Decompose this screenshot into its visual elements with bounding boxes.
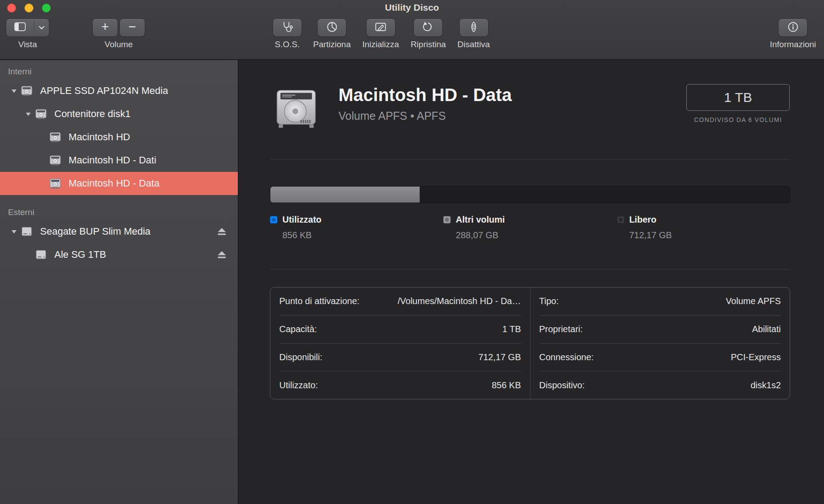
detail-value: Volume APFS	[726, 296, 781, 306]
partition-label: Partiziona	[313, 40, 351, 49]
detail-row-device: Dispositivo: disk1s2	[539, 371, 781, 399]
detail-label: Utilizzato:	[279, 380, 318, 390]
plus-icon: +	[102, 20, 109, 33]
sidebar-section-interni: Interni	[8, 67, 238, 77]
sidebar-item-apple-ssd[interactable]: APPLE SSD AP1024N Media	[0, 79, 238, 102]
main-pane: Macintosh HD - Data Volume APFS • APFS 1…	[239, 60, 824, 504]
sidebar-item-macintosh-hd[interactable]: Macintosh HD	[0, 126, 238, 149]
volume-group: + − Volume	[93, 19, 145, 49]
sidebar-item-label: Macintosh HD - Data	[69, 178, 159, 189]
unmount-volume-icon	[468, 21, 480, 35]
eject-icon[interactable]	[217, 228, 226, 236]
restore-arrow-icon	[422, 21, 434, 35]
detail-value: /Volumes/Macintosh HD - Da…	[398, 296, 521, 306]
external-drive-icon	[20, 225, 34, 238]
legend-swatch-0	[270, 216, 277, 224]
volume-icon	[49, 154, 62, 167]
detail-label: Capacità:	[279, 324, 317, 334]
detail-value: PCI-Express	[731, 352, 781, 362]
partition-button[interactable]	[318, 19, 346, 37]
unmount-label: Disattiva	[457, 40, 490, 49]
detail-value: 1 TB	[502, 324, 521, 334]
volume-label: Volume	[105, 40, 133, 49]
page-title: Macintosh HD - Data	[339, 85, 686, 105]
detail-row-type: Tipo: Volume APFS	[539, 288, 781, 316]
detail-label: Disponibili:	[279, 352, 322, 362]
sidebar-item-label: Contenitore disk1	[54, 108, 131, 120]
size-badge: 1 TB	[686, 84, 790, 111]
detail-value: 712,17 GB	[478, 352, 521, 362]
usage-bar	[270, 186, 790, 203]
detail-label: Connessione:	[539, 352, 594, 362]
legend-item-other-volumes: Altri volumi 288,07 GB	[443, 215, 616, 240]
info-label: Informazioni	[770, 40, 816, 49]
info-button[interactable]	[779, 19, 807, 37]
add-volume-button[interactable]: +	[93, 19, 118, 37]
detail-row-connection: Connessione: PCI-Express	[539, 344, 781, 372]
detail-value: 856 KB	[492, 380, 521, 390]
sidebar-item-contenitore-disk1[interactable]: Contenitore disk1	[0, 102, 238, 126]
minus-icon: −	[129, 20, 136, 33]
disclosure-triangle-icon[interactable]	[7, 89, 20, 93]
vista-button[interactable]	[6, 19, 34, 37]
detail-label: Tipo:	[539, 296, 559, 306]
detail-row-mount-point: Punto di attivazione: /Volumes/Macintosh…	[279, 288, 521, 316]
info-group: Informazioni	[770, 19, 816, 49]
legend-value: 856 KB	[282, 230, 443, 240]
legend-swatch-1	[443, 216, 451, 224]
eject-icon[interactable]	[217, 251, 226, 259]
sidebar-item-ale-sg-1tb[interactable]: Ale SG 1TB	[0, 243, 238, 266]
sidebar-icon	[14, 22, 26, 33]
usage-bar-other-segment	[270, 187, 420, 203]
detail-label: Dispositivo:	[539, 380, 585, 390]
vista-dropdown-button[interactable]	[34, 19, 49, 37]
sidebar-item-seagate[interactable]: Seagate BUP Slim Media	[0, 220, 238, 243]
vista-group: Vista	[6, 19, 49, 49]
erase-pencil-icon	[375, 21, 387, 35]
sidebar-item-label: APPLE SSD AP1024N Media	[40, 85, 168, 97]
info-icon	[787, 21, 799, 35]
external-volume-icon	[35, 248, 48, 261]
sidebar-item-label: Macintosh HD	[69, 131, 130, 143]
legend-swatch-2	[617, 216, 624, 224]
legend-item-free: Libero 712,17 GB	[617, 215, 790, 240]
sidebar: Interni APPLE SSD AP1024N Media	[0, 60, 238, 504]
sidebar-item-macintosh-hd-data[interactable]: Macintosh HD - Data	[0, 172, 238, 195]
window-chrome: Utility Disco Vista	[0, 0, 824, 60]
sos-button[interactable]	[273, 19, 302, 37]
restore-button[interactable]	[414, 19, 442, 37]
pie-chart-icon	[326, 21, 338, 35]
toolbar-actions: S.O.S. Partiziona	[273, 19, 490, 49]
volume-icon	[49, 177, 62, 190]
legend-label: Libero	[629, 215, 657, 225]
sidebar-item-label: Seagate BUP Slim Media	[40, 226, 151, 237]
detail-row-used: Utilizzato: 856 KB	[279, 371, 521, 399]
volume-icon	[49, 131, 62, 143]
erase-button[interactable]	[367, 19, 395, 37]
divider	[270, 269, 790, 269]
detail-row-available: Disponibili: 712,17 GB	[279, 344, 521, 372]
detail-value: Abilitati	[752, 324, 781, 334]
detail-label: Punto di attivazione:	[279, 296, 359, 306]
divider	[270, 159, 790, 159]
detail-row-capacity: Capacità: 1 TB	[279, 316, 521, 344]
detail-label: Proprietari:	[539, 324, 583, 334]
chevron-down-icon	[39, 24, 45, 32]
restore-label: Ripristina	[411, 40, 446, 49]
sidebar-item-label: Ale SG 1TB	[54, 249, 106, 260]
window-title: Utility Disco	[0, 2, 824, 13]
sidebar-item-label: Macintosh HD - Dati	[69, 154, 156, 166]
disclosure-triangle-icon[interactable]	[7, 229, 20, 234]
disclosure-triangle-icon[interactable]	[21, 112, 35, 117]
legend-value: 288,07 GB	[456, 230, 616, 240]
volume-subtitle: Volume APFS • APFS	[339, 110, 686, 122]
legend-label: Utilizzato	[282, 215, 322, 225]
sidebar-item-macintosh-hd-dati[interactable]: Macintosh HD - Dati	[0, 149, 238, 172]
erase-label: Inizializza	[363, 40, 399, 49]
legend-item-used: Utilizzato 856 KB	[270, 215, 443, 240]
size-caption: CONDIVISO DA 6 VOLUMI	[694, 116, 782, 123]
remove-volume-button[interactable]: −	[120, 19, 145, 37]
unmount-button[interactable]	[460, 19, 488, 37]
legend-value: 712,17 GB	[629, 230, 790, 240]
detail-row-owners: Proprietari: Abilitati	[539, 316, 781, 344]
